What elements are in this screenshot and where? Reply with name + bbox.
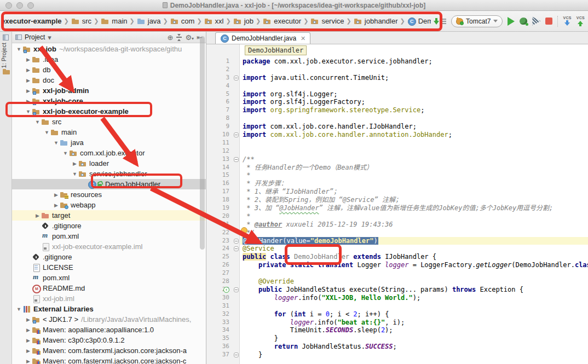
breadcrumb-item-demojobhandler[interactable]: DemoJobHandler: [407, 17, 431, 25]
breadcrumb-item-service[interactable]: service: [310, 17, 344, 25]
tree-item-service.jobhandler[interactable]: ▼service.jobhandler: [12, 169, 206, 179]
breadcrumb-item-java[interactable]: java: [137, 17, 161, 25]
mavenlib-icon: [32, 326, 41, 334]
code-text: @JobHander(value="demoJobHandler"): [206, 237, 588, 245]
minimize-window-button[interactable]: [16, 2, 23, 9]
tree-item-resources[interactable]: ▶resources: [12, 189, 206, 200]
tree-item-.gitignore[interactable]: .gitignore: [12, 252, 206, 262]
tree-item--jdk1.7-[interactable]: ▶< JDK1.7 >/Library/Java/JavaVirtualMach…: [12, 314, 206, 325]
maven-icon: [32, 274, 41, 282]
tree-item-xxl-job-executor-example.iml[interactable]: xxl-job-executor-example.iml: [12, 241, 206, 252]
vcs-update-button[interactable]: VCS: [563, 16, 571, 26]
code-area[interactable]: 1package com.xxl.job.executor.service.jo…: [206, 57, 588, 359]
project-stripe-button[interactable]: 1: Project: [1, 43, 7, 68]
tree-item-pom.xml[interactable]: pom.xml: [12, 231, 206, 241]
tree-expand-arrow[interactable]: ▼: [62, 151, 69, 156]
tree-expand-arrow[interactable]: ▶: [34, 213, 41, 218]
tree-item-xxl-job[interactable]: ▼xxl-job~/workspaces/idea-git-workspace/…: [12, 44, 206, 54]
breadcrumb-item-com[interactable]: com: [170, 17, 195, 25]
line-number: 8: [206, 114, 229, 123]
breadcrumb-item-executor[interactable]: executor: [263, 17, 301, 25]
project-tree-scrollbar[interactable]: [200, 36, 205, 250]
tree-expand-arrow[interactable]: ▼: [53, 140, 60, 146]
tree-item-xxl-job-core[interactable]: ▶xxl-job-core: [12, 96, 206, 106]
tree-item-webapp[interactable]: ▶webapp: [12, 200, 206, 210]
tree-item-xxl-job-admin[interactable]: ▶xxl-job-admin: [12, 85, 206, 96]
tree-expand-arrow[interactable]: ▶: [25, 317, 32, 322]
tree-item-.idea[interactable]: ▶.idea: [12, 54, 206, 65]
tree-expand-arrow[interactable]: ▶: [25, 359, 32, 364]
tree-item-src[interactable]: ▼src: [12, 117, 206, 127]
stop-button[interactable]: [545, 18, 552, 25]
view-mode-chevron-icon[interactable]: ▾: [48, 34, 51, 41]
vcs-commit-label: VCS: [577, 16, 585, 20]
code-line-9: 9import com.xxl.job.core.handler.IJobHan…: [206, 123, 588, 131]
tree-item-com.xxl.job.executor[interactable]: ▼com.xxl.job.executor: [12, 148, 206, 158]
tree-item-target[interactable]: ▶target: [12, 210, 206, 221]
folder-res-icon: [60, 191, 68, 199]
tree-expand-arrow[interactable]: ▼: [34, 119, 41, 125]
locate-file-icon[interactable]: ⊕: [168, 34, 174, 41]
tree-expand-arrow[interactable]: ▶: [25, 78, 32, 83]
tree-expand-arrow[interactable]: ▶: [53, 203, 60, 208]
collapse-all-icon[interactable]: [176, 34, 182, 41]
tree-item-.gitignore[interactable]: .gitignore: [12, 221, 206, 231]
tree-expand-arrow[interactable]: ▼: [15, 307, 22, 312]
tree-item-license[interactable]: LICENSE: [12, 262, 206, 273]
breadcrumb-item-executor-example[interactable]: executor-example: [1, 17, 62, 25]
tree-item-maven-c3p0-c3p0-0.9.1.2[interactable]: ▶Maven: c3p0:c3p0:0.9.1.2: [12, 335, 206, 345]
close-window-button[interactable]: [5, 2, 12, 9]
tree-item-loader[interactable]: ▶loader: [12, 158, 206, 169]
run-with-coverage-button[interactable]: [532, 17, 540, 26]
tree-expand-arrow[interactable]: ▶: [25, 67, 32, 73]
breadcrumb-item-src[interactable]: src: [71, 17, 91, 25]
tree-expand-arrow[interactable]: ▼: [43, 130, 50, 135]
tree-item-java[interactable]: ▼java: [12, 137, 206, 148]
intention-bulb-icon[interactable]: [241, 227, 247, 234]
close-tab-icon[interactable]: ✕: [301, 35, 305, 42]
tree-item-demojobhandler[interactable]: DemoJobHandler: [12, 179, 206, 189]
code-text: }: [206, 351, 588, 359]
tree-expand-arrow[interactable]: ▼: [71, 171, 78, 177]
stripe-folder-icon[interactable]: [2, 68, 11, 76]
tree-item-readme.md[interactable]: README.md: [12, 283, 206, 293]
tree-item-xxl-job.iml[interactable]: xxl-job.iml: [12, 293, 206, 304]
download-sources-icon[interactable]: [433, 18, 440, 25]
tree-expand-arrow[interactable]: ▶: [25, 57, 32, 62]
debug-button[interactable]: [520, 18, 527, 25]
run-configuration-select[interactable]: Tomcat7: [451, 15, 503, 27]
gear-icon[interactable]: ⚙▾: [185, 34, 194, 41]
tree-item-doc[interactable]: ▶doc: [12, 75, 206, 85]
tree-item-pom.xml[interactable]: pom.xml: [12, 273, 206, 283]
tree-expand-arrow[interactable]: ▶: [25, 338, 32, 343]
tree-expand-arrow[interactable]: ▼: [15, 47, 22, 52]
vcs-commit-button[interactable]: VCS: [577, 16, 585, 26]
package-icon: [354, 18, 362, 25]
tree-item-xxl-job-executor-example[interactable]: ▼xxl-job-executor-example: [12, 106, 206, 117]
breadcrumb-item-main[interactable]: main: [101, 17, 127, 25]
window-controls[interactable]: [5, 2, 34, 9]
run-button[interactable]: [508, 17, 515, 26]
folder-web-icon: [60, 201, 68, 209]
package-icon: [170, 18, 179, 25]
maximize-window-button[interactable]: [27, 2, 34, 9]
breadcrumb-item-job[interactable]: job: [233, 17, 253, 25]
tree-expand-arrow[interactable]: ▶: [25, 348, 32, 354]
tree-expand-arrow[interactable]: ▶: [71, 161, 78, 166]
tree-expand-arrow[interactable]: ▶: [25, 99, 32, 104]
breadcrumb-item-xxl[interactable]: xxl: [204, 17, 224, 25]
tree-item-db[interactable]: ▶db: [12, 65, 206, 75]
tree-expand-arrow[interactable]: ▶: [25, 88, 32, 94]
editor-body[interactable]: DemoJobHandler 1package com.xxl.job.exec…: [206, 44, 588, 364]
tree-expand-arrow[interactable]: ▶: [25, 327, 32, 333]
tree-expand-arrow[interactable]: ▶: [53, 192, 60, 198]
tree-expand-arrow[interactable]: ▼: [25, 109, 32, 114]
tree-item-maven-com.fasterxml.jackson.core-jackson-c[interactable]: ▶Maven: com.fasterxml.jackson.core:jacks…: [12, 356, 206, 364]
tree-item-maven-aopalliance-aopalliance-1.0[interactable]: ▶Maven: aopalliance:aopalliance:1.0: [12, 325, 206, 335]
tree-item-main[interactable]: ▼main: [12, 127, 206, 137]
tab-demojobhandler[interactable]: DemoJobHandler.java ✕: [215, 32, 310, 44]
tree-item-maven-com.fasterxml.jackson.core-jackson-a[interactable]: ▶Maven: com.fasterxml.jackson.core:jacks…: [12, 345, 206, 356]
breadcrumb-item-jobhandler[interactable]: jobhandler: [354, 17, 398, 25]
tree-item-external-libraries[interactable]: ▼External Libraries: [12, 304, 206, 314]
tool-window-icon[interactable]: [3, 34, 9, 41]
